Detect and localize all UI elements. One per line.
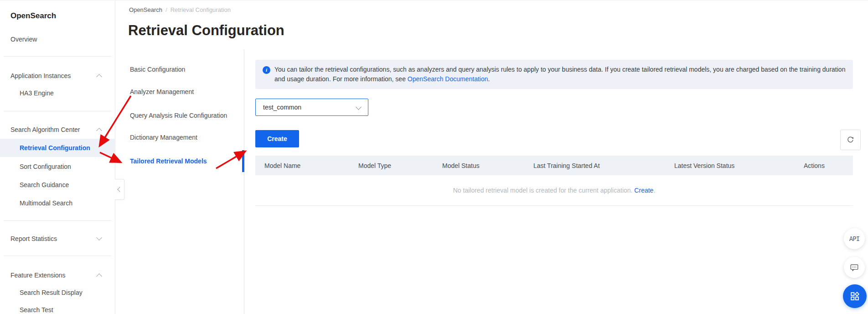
sidebar-item-multimodal-search[interactable]: Multimodal Search xyxy=(0,197,115,209)
empty-state-text: No tailored retrieval model is created f… xyxy=(453,187,633,194)
chevron-up-icon xyxy=(96,74,102,80)
banner-text: You can tailor the retrieval configurati… xyxy=(274,66,845,83)
breadcrumb-current: Retrieval Configuration xyxy=(170,6,231,13)
feedback-button[interactable] xyxy=(844,257,865,278)
breadcrumb: OpenSearch/Retrieval Configuration xyxy=(129,6,231,13)
sidebar-item-sort-configuration[interactable]: Sort Configuration xyxy=(0,161,115,173)
chevron-down-icon xyxy=(96,235,102,241)
breadcrumb-opensearch[interactable]: OpenSearch xyxy=(129,6,162,13)
column-latest-version-status: Latest Version Status xyxy=(665,162,795,169)
column-actions: Actions xyxy=(795,162,853,169)
chevron-left-icon xyxy=(117,187,122,192)
column-model-type: Model Type xyxy=(349,162,433,169)
sidebar-collapse-handle[interactable] xyxy=(115,179,124,200)
empty-state-create-link[interactable]: Create xyxy=(634,187,653,194)
sidebar-group-application-instances[interactable]: Application Instances xyxy=(0,70,115,82)
table-header-row: Model Name Model Type Model Status Last … xyxy=(255,156,853,175)
sidebar: OpenSearch Overview Application Instance… xyxy=(0,0,115,314)
tab-analyzer-management[interactable]: Analyzer Management xyxy=(130,86,239,97)
sidebar-item-overview[interactable]: Overview xyxy=(0,33,115,45)
opensearch-console: OpenSearch Overview Application Instance… xyxy=(0,0,868,314)
column-model-status: Model Status xyxy=(433,162,524,169)
banner-text-suffix: . xyxy=(488,75,490,83)
sidebar-group-search-algorithm-center[interactable]: Search Algorithm Center xyxy=(0,124,115,136)
divider xyxy=(4,256,111,256)
application-select-value: test_common xyxy=(263,104,301,111)
chat-bubble-icon xyxy=(849,262,859,272)
documentation-link[interactable]: OpenSearch Documentation xyxy=(408,75,488,83)
product-title: OpenSearch xyxy=(10,11,56,21)
sidebar-item-search-result-display[interactable]: Search Result Display xyxy=(0,287,115,298)
chevron-up-icon xyxy=(96,273,102,279)
column-model-name: Model Name xyxy=(255,162,349,169)
active-tab-indicator xyxy=(242,150,244,172)
table-empty-state: No tailored retrieval model is created f… xyxy=(255,175,853,206)
sidebar-item-search-test[interactable]: Search Test xyxy=(0,304,115,314)
create-button[interactable]: Create xyxy=(255,130,299,147)
sidebar-item-search-guidance[interactable]: Search Guidance xyxy=(0,179,115,191)
apps-grid-icon xyxy=(849,291,860,302)
info-banner: i You can tailor the retrieval configura… xyxy=(255,60,853,89)
chevron-up-icon xyxy=(96,128,102,134)
divider xyxy=(4,111,111,111)
divider xyxy=(4,220,111,221)
application-select[interactable]: test_common xyxy=(255,99,368,116)
breadcrumb-separator: / xyxy=(165,6,167,13)
apps-launcher-button[interactable] xyxy=(843,284,867,308)
refresh-button[interactable] xyxy=(840,130,861,150)
divider xyxy=(244,49,244,314)
sidebar-group-feature-extensions[interactable]: Feature Extensions xyxy=(0,269,115,281)
api-button[interactable]: API xyxy=(844,228,865,249)
tab-dictionary-management[interactable]: Dictionary Management xyxy=(130,132,239,143)
column-last-training-started-at: Last Training Started At xyxy=(524,162,665,169)
page-title: Retrieval Configuration xyxy=(128,22,284,39)
tab-tailored-retrieval-models[interactable]: Tailored Retrieval Models xyxy=(130,156,239,167)
refresh-icon xyxy=(847,136,854,144)
chevron-down-icon xyxy=(356,104,362,110)
sidebar-item-retrieval-configuration[interactable]: Retrieval Configuration xyxy=(0,139,115,157)
info-icon: i xyxy=(263,66,270,74)
tab-basic-configuration[interactable]: Basic Configuration xyxy=(130,64,239,75)
tab-query-analysis-rule-configuration[interactable]: Query Analysis Rule Configuration xyxy=(130,110,239,121)
sidebar-item-ha3-engine[interactable]: HA3 Engine xyxy=(0,87,115,99)
divider xyxy=(4,56,111,57)
sidebar-group-report-statistics[interactable]: Report Statistics xyxy=(0,233,115,245)
